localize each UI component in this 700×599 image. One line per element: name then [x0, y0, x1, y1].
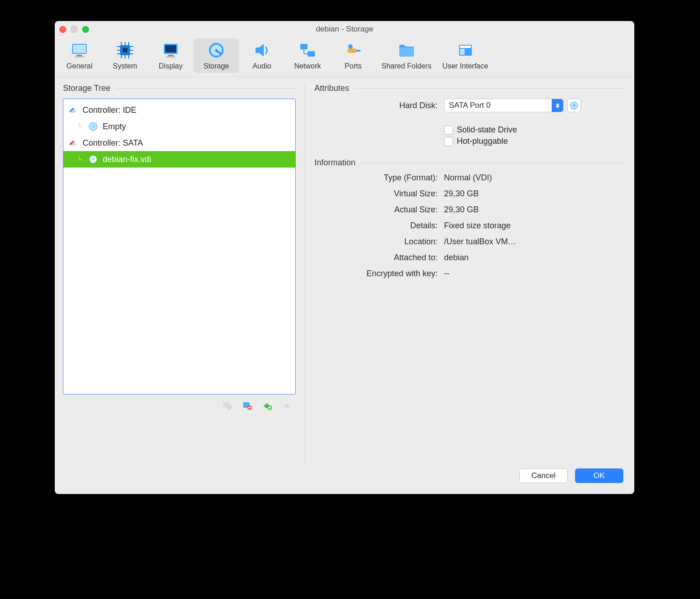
attributes-title: Attributes — [314, 84, 349, 93]
tab-user-interface[interactable]: User Interface — [437, 38, 493, 73]
hard-disk-row: Hard Disk: SATA Port 0 — [314, 99, 626, 112]
tab-storage[interactable]: Storage — [193, 38, 239, 73]
tree-connector-icon: └ — [75, 123, 84, 130]
cancel-button[interactable]: Cancel — [519, 468, 568, 483]
sata-controller-icon — [68, 138, 78, 148]
encrypted-value: -- — [444, 269, 626, 278]
svg-point-59 — [573, 105, 575, 106]
tab-audio[interactable]: Audio — [239, 38, 285, 73]
hotplug-checkbox-row[interactable]: Hot-pluggable — [444, 137, 626, 146]
details-value: Fixed size storage — [444, 221, 626, 231]
window-title: debian - Storage — [55, 25, 634, 34]
svg-rect-34 — [399, 47, 414, 57]
tab-general[interactable]: General — [57, 38, 102, 73]
svg-rect-2 — [77, 55, 82, 56]
type-value: Normal (VDI) — [444, 173, 626, 183]
tab-general-label: General — [67, 62, 93, 70]
storage-tree[interactable]: Controller: IDE └ Empty Controller: SATA — [63, 99, 296, 394]
tree-label: Controller: SATA — [83, 138, 143, 148]
tab-ports[interactable]: Ports — [330, 38, 376, 73]
tab-ports-label: Ports — [345, 62, 361, 70]
information-header: Information — [314, 158, 626, 168]
add-attachment-button[interactable] — [261, 399, 273, 411]
details-label: Details: — [314, 221, 444, 231]
tree-label: Controller: IDE — [83, 105, 136, 115]
display-icon — [162, 41, 180, 59]
svg-rect-20 — [168, 55, 173, 56]
speaker-icon — [253, 41, 271, 59]
tab-audio-label: Audio — [253, 62, 272, 70]
disk-chooser-icon — [569, 101, 579, 110]
ssd-checkbox[interactable] — [444, 126, 453, 135]
tree-controller-ide[interactable]: Controller: IDE — [63, 102, 295, 118]
tree-controller-sata[interactable]: Controller: SATA — [63, 135, 295, 151]
svg-point-41 — [92, 126, 94, 128]
virtual-size-value: 29,30 GB — [444, 189, 626, 199]
ide-controller-icon — [68, 105, 78, 115]
tree-label: Empty — [103, 122, 126, 131]
settings-body: Storage Tree Controller: IDE └ Empty — [55, 77, 634, 468]
svg-rect-37 — [460, 49, 465, 55]
tab-network-label: Network — [294, 62, 321, 70]
ssd-label: Solid-state Drive — [457, 125, 517, 135]
attached-to-label: Attached to: — [314, 253, 444, 263]
actual-size-value: 29,30 GB — [444, 205, 626, 215]
hard-disk-select[interactable]: SATA Port 0 — [444, 99, 564, 112]
tree-item-empty[interactable]: └ Empty — [63, 118, 295, 135]
svg-rect-21 — [166, 56, 175, 58]
network-icon — [298, 41, 317, 59]
tab-display[interactable]: Display — [148, 38, 193, 73]
hotplug-label: Hot-pluggable — [457, 137, 508, 146]
type-label: Type (Format): — [314, 173, 444, 183]
attributes-panel: Attributes Hard Disk: SATA Port 0 — [305, 84, 626, 463]
attributes-header: Attributes — [314, 84, 626, 93]
storage-tree-title: Storage Tree — [63, 84, 110, 93]
close-window-button[interactable] — [59, 26, 66, 33]
ssd-checkbox-row[interactable]: Solid-state Drive — [444, 125, 626, 135]
svg-rect-3 — [75, 56, 84, 58]
settings-window: debian - Storage General System Display — [55, 21, 634, 494]
tab-system-label: System — [113, 62, 137, 70]
svg-rect-36 — [460, 46, 471, 48]
select-arrows-icon — [552, 99, 563, 112]
location-label: Location: — [314, 237, 444, 247]
svg-marker-57 — [283, 403, 291, 408]
actual-size-label: Actual Size: — [314, 205, 444, 215]
tab-shared-folders[interactable]: Shared Folders — [376, 38, 437, 73]
tab-system[interactable]: System — [102, 38, 148, 73]
encrypted-label: Encrypted with key: — [314, 269, 444, 278]
monitor-icon — [70, 41, 89, 59]
hotplug-checkbox[interactable] — [444, 137, 453, 146]
svg-point-33 — [348, 44, 353, 49]
tab-network[interactable]: Network — [285, 38, 330, 73]
storage-tree-header: Storage Tree — [63, 84, 296, 93]
information-grid: Type (Format):Normal (VDI) Virtual Size:… — [314, 173, 626, 278]
svg-text:+: + — [229, 406, 231, 410]
svg-rect-1 — [73, 45, 86, 53]
hard-disk-icon — [207, 41, 225, 59]
ok-button[interactable]: OK — [575, 468, 623, 483]
svg-rect-52 — [248, 407, 251, 408]
tree-connector-icon: └ — [75, 156, 84, 163]
tab-display-label: Display — [159, 62, 183, 70]
dialog-footer: Cancel OK — [55, 468, 634, 494]
storage-tree-panel: Storage Tree Controller: IDE └ Empty — [63, 84, 296, 463]
optical-disc-icon — [88, 121, 98, 131]
zoom-window-button[interactable] — [82, 26, 89, 33]
remove-attachment-button[interactable] — [241, 399, 253, 411]
ports-icon — [344, 41, 362, 59]
hard-disk-label: Hard Disk: — [314, 101, 444, 110]
settings-toolbar: General System Display Storage Audio — [55, 36, 634, 77]
svg-rect-31 — [348, 48, 356, 53]
svg-rect-19 — [165, 45, 176, 53]
ui-icon — [456, 41, 475, 59]
remove-controller-button — [281, 399, 293, 411]
hard-disk-small-icon — [88, 154, 98, 164]
add-controller-button: + — [221, 399, 233, 411]
choose-disk-button[interactable] — [567, 99, 581, 112]
hard-disk-value: SATA Port 0 — [444, 101, 552, 110]
titlebar: debian - Storage — [55, 21, 634, 36]
virtual-size-label: Virtual Size: — [314, 189, 444, 199]
svg-rect-27 — [300, 44, 308, 49]
tree-item-debian-fix-vdi[interactable]: └ debian-fix.vdi — [63, 151, 295, 168]
